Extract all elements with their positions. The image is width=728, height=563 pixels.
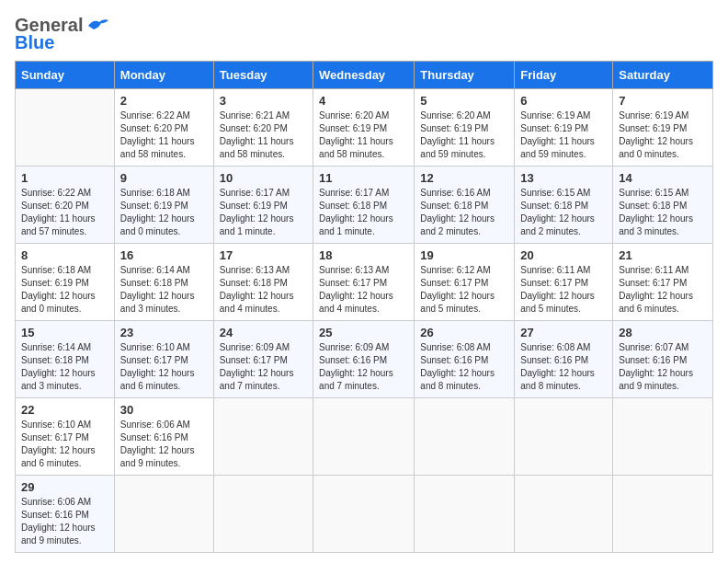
col-header-sunday: Sunday <box>16 62 115 89</box>
day-detail: Sunrise: 6:08 AMSunset: 6:16 PMDaylight:… <box>420 341 508 393</box>
table-row <box>415 476 515 553</box>
day-detail: Sunrise: 6:16 AMSunset: 6:18 PMDaylight:… <box>420 187 508 238</box>
day-detail: Sunrise: 6:15 AMSunset: 6:18 PMDaylight:… <box>619 187 707 238</box>
table-row: 10Sunrise: 6:17 AMSunset: 6:19 PMDayligh… <box>213 167 313 244</box>
table-row <box>313 476 415 553</box>
table-row: 23Sunrise: 6:10 AMSunset: 6:17 PMDayligh… <box>114 321 213 398</box>
day-detail: Sunrise: 6:22 AMSunset: 6:20 PMDaylight:… <box>120 109 208 161</box>
day-number: 24 <box>220 326 307 339</box>
table-row <box>114 476 213 553</box>
table-row: 6Sunrise: 6:19 AMSunset: 6:19 PMDaylight… <box>515 89 613 167</box>
day-number: 4 <box>319 94 408 108</box>
day-number: 2 <box>120 94 208 108</box>
col-header-monday: Monday <box>114 62 213 89</box>
col-header-thursday: Thursday <box>415 62 515 89</box>
table-row: 29Sunrise: 6:06 AMSunset: 6:16 PMDayligh… <box>16 476 115 553</box>
table-row: 16Sunrise: 6:14 AMSunset: 6:18 PMDayligh… <box>114 244 213 321</box>
table-row: 28Sunrise: 6:07 AMSunset: 6:16 PMDayligh… <box>613 321 713 398</box>
day-number: 20 <box>520 248 607 262</box>
table-row: 24Sunrise: 6:09 AMSunset: 6:17 PMDayligh… <box>213 321 313 398</box>
day-number: 13 <box>520 171 607 185</box>
table-row: 11Sunrise: 6:17 AMSunset: 6:18 PMDayligh… <box>313 167 415 244</box>
day-detail: Sunrise: 6:15 AMSunset: 6:18 PMDaylight:… <box>520 187 607 238</box>
col-header-tuesday: Tuesday <box>213 62 313 89</box>
day-number: 9 <box>120 171 208 185</box>
table-row: 3Sunrise: 6:21 AMSunset: 6:20 PMDaylight… <box>213 89 313 167</box>
table-row: 1Sunrise: 6:22 AMSunset: 6:20 PMDaylight… <box>16 167 115 244</box>
day-detail: Sunrise: 6:06 AMSunset: 6:16 PMDaylight:… <box>21 496 108 547</box>
day-number: 17 <box>220 248 307 262</box>
day-detail: Sunrise: 6:09 AMSunset: 6:17 PMDaylight:… <box>220 341 307 393</box>
day-number: 12 <box>420 171 508 185</box>
table-row: 27Sunrise: 6:08 AMSunset: 6:16 PMDayligh… <box>515 321 613 398</box>
col-header-friday: Friday <box>515 62 613 89</box>
day-detail: Sunrise: 6:18 AMSunset: 6:19 PMDaylight:… <box>120 187 208 238</box>
table-row: 21Sunrise: 6:11 AMSunset: 6:17 PMDayligh… <box>613 244 713 321</box>
calendar-table: SundayMondayTuesdayWednesdayThursdayFrid… <box>15 61 713 553</box>
table-row: 26Sunrise: 6:08 AMSunset: 6:16 PMDayligh… <box>415 321 515 398</box>
day-number: 16 <box>120 248 208 262</box>
table-row: 22Sunrise: 6:10 AMSunset: 6:17 PMDayligh… <box>16 398 115 476</box>
table-row <box>16 89 115 167</box>
day-detail: Sunrise: 6:19 AMSunset: 6:19 PMDaylight:… <box>520 109 607 161</box>
day-number: 27 <box>520 326 607 339</box>
day-detail: Sunrise: 6:09 AMSunset: 6:16 PMDaylight:… <box>319 341 408 393</box>
table-row: 4Sunrise: 6:20 AMSunset: 6:19 PMDaylight… <box>313 89 415 167</box>
table-row: 14Sunrise: 6:15 AMSunset: 6:18 PMDayligh… <box>613 167 713 244</box>
table-row <box>515 476 613 553</box>
day-detail: Sunrise: 6:17 AMSunset: 6:19 PMDaylight:… <box>220 187 307 238</box>
logo-blue: Blue <box>15 32 54 53</box>
day-detail: Sunrise: 6:17 AMSunset: 6:18 PMDaylight:… <box>319 187 408 238</box>
day-detail: Sunrise: 6:07 AMSunset: 6:16 PMDaylight:… <box>619 341 707 393</box>
day-detail: Sunrise: 6:10 AMSunset: 6:17 PMDaylight:… <box>120 341 208 393</box>
day-detail: Sunrise: 6:13 AMSunset: 6:18 PMDaylight:… <box>220 264 307 316</box>
table-row <box>613 476 713 553</box>
day-number: 14 <box>619 171 707 185</box>
day-detail: Sunrise: 6:20 AMSunset: 6:19 PMDaylight:… <box>420 109 508 161</box>
day-number: 19 <box>420 248 508 262</box>
table-row: 25Sunrise: 6:09 AMSunset: 6:16 PMDayligh… <box>313 321 415 398</box>
day-number: 11 <box>319 171 408 185</box>
table-row: 15Sunrise: 6:14 AMSunset: 6:18 PMDayligh… <box>16 321 115 398</box>
day-number: 7 <box>619 94 707 108</box>
day-number: 18 <box>319 248 408 262</box>
table-row: 30Sunrise: 6:06 AMSunset: 6:16 PMDayligh… <box>114 398 213 476</box>
day-detail: Sunrise: 6:11 AMSunset: 6:17 PMDaylight:… <box>619 264 707 316</box>
table-row: 7Sunrise: 6:19 AMSunset: 6:19 PMDaylight… <box>613 89 713 167</box>
table-row: 17Sunrise: 6:13 AMSunset: 6:18 PMDayligh… <box>213 244 313 321</box>
day-detail: Sunrise: 6:13 AMSunset: 6:17 PMDaylight:… <box>319 264 408 316</box>
header: General Blue <box>15 15 713 53</box>
day-number: 23 <box>120 326 208 339</box>
table-row <box>313 398 415 476</box>
day-number: 22 <box>21 403 108 417</box>
day-number: 15 <box>21 326 108 339</box>
table-row <box>515 398 613 476</box>
day-detail: Sunrise: 6:18 AMSunset: 6:19 PMDaylight:… <box>21 264 108 316</box>
logo: General Blue <box>15 15 110 53</box>
day-detail: Sunrise: 6:14 AMSunset: 6:18 PMDaylight:… <box>120 264 208 316</box>
table-row: 2Sunrise: 6:22 AMSunset: 6:20 PMDaylight… <box>114 89 213 167</box>
day-number: 3 <box>220 94 307 108</box>
logo-bird-icon <box>86 17 110 35</box>
day-number: 30 <box>120 403 208 417</box>
table-row: 19Sunrise: 6:12 AMSunset: 6:17 PMDayligh… <box>415 244 515 321</box>
table-row <box>415 398 515 476</box>
table-row <box>213 476 313 553</box>
day-detail: Sunrise: 6:21 AMSunset: 6:20 PMDaylight:… <box>220 109 307 161</box>
day-detail: Sunrise: 6:14 AMSunset: 6:18 PMDaylight:… <box>21 341 108 393</box>
day-number: 26 <box>420 326 508 339</box>
day-number: 6 <box>520 94 607 108</box>
col-header-saturday: Saturday <box>613 62 713 89</box>
day-number: 25 <box>319 326 408 339</box>
table-row: 8Sunrise: 6:18 AMSunset: 6:19 PMDaylight… <box>16 244 115 321</box>
table-row: 12Sunrise: 6:16 AMSunset: 6:18 PMDayligh… <box>415 167 515 244</box>
table-row: 9Sunrise: 6:18 AMSunset: 6:19 PMDaylight… <box>114 167 213 244</box>
day-detail: Sunrise: 6:10 AMSunset: 6:17 PMDaylight:… <box>21 419 108 470</box>
day-number: 1 <box>21 171 108 185</box>
table-row: 13Sunrise: 6:15 AMSunset: 6:18 PMDayligh… <box>515 167 613 244</box>
day-detail: Sunrise: 6:19 AMSunset: 6:19 PMDaylight:… <box>619 109 707 161</box>
day-number: 29 <box>21 480 108 494</box>
table-row <box>213 398 313 476</box>
day-detail: Sunrise: 6:20 AMSunset: 6:19 PMDaylight:… <box>319 109 408 161</box>
day-number: 28 <box>619 326 707 339</box>
